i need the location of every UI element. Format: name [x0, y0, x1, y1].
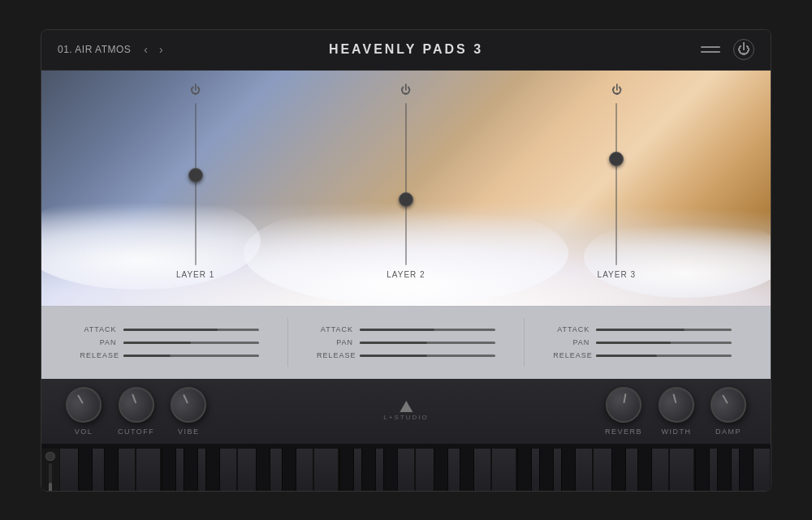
pan-row-3: PAN — [553, 338, 732, 346]
attack-label-1: ATTACK — [80, 325, 117, 333]
logo-center: L+STUDIO — [383, 401, 428, 421]
pan-label-2: PAN — [317, 338, 353, 346]
attack-fill-1 — [123, 329, 218, 331]
layers-area: ⏻ Layer 1 ⏻ Layer 2 — [41, 71, 771, 306]
vol-knob-item: VOL — [66, 387, 102, 436]
reverb-label: REVERB — [605, 428, 642, 436]
header: 01. AIR ATMOS ‹ › HEAVENLY PADS 3 ⏻ — [41, 30, 771, 71]
key-ds4[interactable] — [637, 449, 652, 492]
release-label-3: RELEASE — [553, 351, 590, 359]
key-cs3[interactable] — [434, 449, 448, 492]
damp-label: DAMP — [715, 428, 741, 436]
width-knob[interactable] — [654, 383, 698, 427]
key-gs4[interactable] — [717, 449, 732, 492]
pan-label-3: PAN — [553, 338, 590, 346]
layer-3-knob[interactable] — [609, 152, 624, 166]
sidebar-knob-1[interactable] — [45, 452, 55, 462]
key-as4[interactable] — [739, 449, 754, 492]
attack-fill-3 — [596, 329, 685, 331]
layer-controls-area: ATTACK PAN RELEASE ATTACK — [41, 306, 771, 379]
pan-slider-1[interactable] — [123, 342, 259, 344]
key-gs1[interactable] — [184, 449, 198, 492]
damp-knob-item: DAMP — [710, 387, 746, 436]
pan-fill-1 — [123, 342, 192, 344]
layer-3-track[interactable] — [615, 103, 617, 265]
key-cs4[interactable] — [611, 449, 626, 492]
layer-2-track[interactable] — [405, 103, 407, 265]
menu-icon[interactable] — [701, 46, 720, 53]
sidebar-slider-fill-1 — [49, 483, 52, 492]
key-gs3[interactable] — [539, 449, 554, 492]
nav-arrows: ‹ › — [140, 41, 166, 58]
attack-row-2: ATTACK — [317, 325, 495, 333]
attack-slider-2[interactable] — [360, 329, 495, 331]
width-knob-item: WIDTH — [659, 387, 694, 436]
layer-1-track[interactable] — [195, 103, 197, 265]
attack-slider-3[interactable] — [596, 329, 732, 331]
key-ds3[interactable] — [460, 449, 474, 492]
release-label-1: RELEASE — [80, 351, 117, 359]
preset-name: 01. AIR ATMOS — [58, 44, 131, 55]
pan-slider-2[interactable] — [360, 342, 495, 344]
key-as2[interactable] — [383, 449, 398, 492]
damp-knob[interactable] — [704, 380, 753, 428]
header-center: HEAVENLY PADS 3 — [188, 42, 624, 57]
power-button[interactable]: ⏻ — [733, 39, 754, 60]
cutoff-label: CUTOFF — [118, 428, 154, 436]
key-as1[interactable] — [205, 449, 220, 492]
layer-1-power[interactable]: ⏻ — [188, 82, 204, 98]
layer-1-knob[interactable] — [188, 168, 203, 183]
key-as3[interactable] — [561, 449, 576, 492]
menu-line-2 — [701, 51, 720, 53]
layer-2-power[interactable]: ⏻ — [398, 82, 414, 98]
attack-slider-1[interactable] — [123, 329, 259, 331]
layer-2-column: ⏻ Layer 2 — [357, 71, 455, 279]
reverb-knob[interactable] — [603, 384, 644, 425]
attack-row-1: ATTACK — [80, 325, 259, 333]
key-fs3[interactable] — [517, 449, 532, 492]
pan-fill-3 — [596, 342, 671, 344]
key-gs2[interactable] — [361, 449, 376, 492]
keyboard-sidebar — [41, 449, 59, 492]
key-cs1[interactable] — [78, 449, 93, 492]
pan-row-1: PAN — [80, 338, 259, 346]
release-slider-3[interactable] — [596, 355, 732, 357]
menu-line-1 — [701, 46, 720, 48]
right-knob-group: REVERB WIDTH DAMP — [605, 387, 746, 436]
layer-1-column: ⏻ Layer 1 — [147, 71, 244, 279]
sidebar-slider-1[interactable] — [49, 463, 52, 491]
key-fs1[interactable] — [162, 449, 176, 492]
layer-2-label: Layer 2 — [387, 270, 425, 279]
layer-1-controls: ATTACK PAN RELEASE — [80, 325, 259, 359]
bottom-controls: VOL CUTOFF VIBE L+STUDIO REVERB — [41, 379, 771, 444]
vibe-label: VIBE — [178, 428, 200, 436]
attack-label-3: ATTACK — [553, 325, 590, 333]
key-ds1[interactable] — [104, 449, 119, 492]
pan-fill-2 — [360, 342, 428, 344]
release-slider-1[interactable] — [123, 355, 259, 357]
separator-1 — [287, 318, 288, 367]
vibe-knob[interactable] — [165, 380, 212, 428]
release-slider-2[interactable] — [360, 355, 495, 357]
key-cs2[interactable] — [256, 449, 270, 492]
header-left: 01. AIR ATMOS ‹ › — [58, 41, 188, 58]
vibe-knob-item: VIBE — [171, 387, 206, 436]
logo-brand: L+STUDIO — [383, 414, 428, 421]
separator-2 — [524, 318, 525, 367]
layer-3-power[interactable]: ⏻ — [608, 82, 624, 98]
pan-slider-3[interactable] — [596, 342, 732, 344]
key-e-gap2 — [313, 449, 328, 492]
nav-next-button[interactable]: › — [156, 41, 166, 58]
cutoff-knob[interactable] — [113, 381, 158, 427]
layer-2-knob[interactable] — [399, 192, 413, 207]
pan-label-1: PAN — [80, 338, 117, 346]
key-fs2[interactable] — [339, 449, 354, 492]
key-fs4[interactable] — [695, 449, 710, 492]
key-ds2[interactable] — [282, 449, 296, 492]
vol-knob[interactable] — [59, 380, 108, 428]
nav-prev-button[interactable]: ‹ — [140, 41, 151, 58]
key-e-gap3 — [491, 449, 506, 492]
plugin-container: 01. AIR ATMOS ‹ › HEAVENLY PADS 3 ⏻ ⏻ — [41, 29, 771, 492]
key-e-gap4 — [669, 449, 684, 492]
release-label-2: RELEASE — [317, 351, 353, 359]
